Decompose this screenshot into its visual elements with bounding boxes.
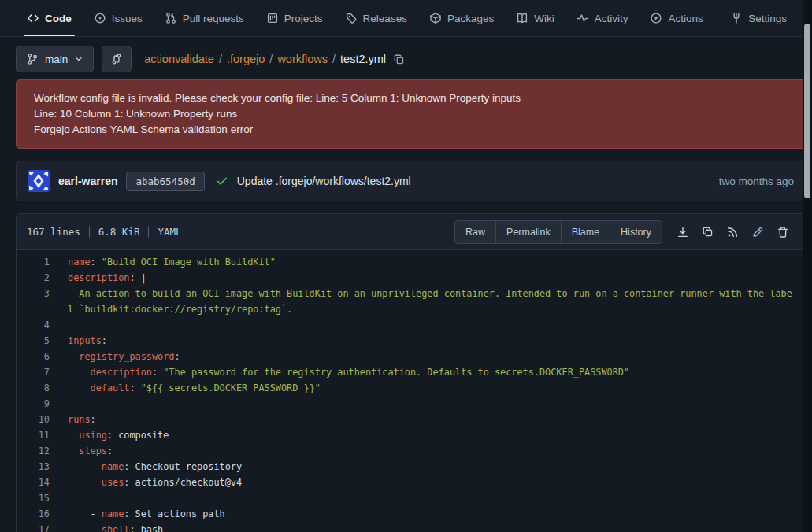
breadcrumb-segment-actionvalidate[interactable]: actionvalidate	[144, 53, 214, 65]
scrollbar-thumb[interactable]	[804, 24, 810, 198]
commit-time: two months ago	[719, 175, 794, 187]
line-number[interactable]: 4	[17, 317, 50, 333]
download-button[interactable]	[670, 226, 695, 238]
tab-wiki[interactable]: Wiki	[508, 0, 562, 36]
code-token	[68, 477, 102, 488]
code-token: inputs	[68, 335, 102, 346]
code-line: 8 default: "${{ secrets.DOCKER_PASSWORD …	[17, 380, 805, 396]
edit-pencil-icon	[751, 226, 764, 238]
line-content: - name: Checkout repository	[50, 459, 796, 475]
line-number[interactable]: 11	[17, 427, 50, 443]
line-number[interactable]: 7	[17, 364, 50, 380]
edit-pencil-button[interactable]	[745, 226, 770, 238]
code-token: :	[152, 367, 163, 378]
line-content: description: |	[50, 270, 796, 286]
compare-button[interactable]	[102, 46, 132, 72]
code-token: :	[124, 461, 135, 472]
file-size: 6.8 KiB	[98, 226, 140, 238]
code-token: "Build OCI Image with BuildKit"	[102, 257, 276, 268]
code-token: Checkout repository	[135, 461, 242, 472]
code-token: name	[102, 461, 124, 472]
tab-releases[interactable]: Releases	[337, 0, 415, 36]
line-content: description: "The password for the regis…	[50, 364, 796, 380]
code-token: composite	[118, 430, 169, 441]
code-token: :	[129, 382, 140, 393]
tab-label: Actions	[668, 13, 703, 24]
tab-activity[interactable]: Activity	[569, 0, 636, 36]
line-number[interactable]: 16	[17, 506, 50, 522]
history-button[interactable]: History	[610, 221, 662, 243]
file-lines-count: 167 lines	[27, 226, 80, 238]
line-number[interactable]: 8	[17, 380, 50, 396]
avatar[interactable]	[28, 170, 50, 192]
permalink-button[interactable]: Permalink	[495, 221, 561, 243]
commit-status-check-icon[interactable]	[216, 175, 228, 187]
breadcrumb-segment-test2-yml: test2.yml	[340, 53, 386, 65]
line-content: default: "${{ secrets.DOCKER_PASSWORD }}…	[50, 380, 796, 396]
repo-tab-bar: CodeIssuesPull requestsProjectsReleasesP…	[0, 0, 803, 37]
package-cube-icon	[429, 12, 442, 24]
branch-name: main	[45, 54, 68, 65]
copy-icon[interactable]	[393, 54, 405, 65]
line-number[interactable]: 6	[17, 349, 50, 364]
commit-author[interactable]: earl-warren	[58, 175, 117, 187]
tab-pull-requests[interactable]: Pull requests	[157, 0, 252, 36]
code-token: "${{ secrets.DOCKER_PASSWORD }}"	[141, 382, 321, 393]
branch-bar: main actionvalidate/.forgejo/workflows/t…	[16, 45, 806, 73]
code-line: 17 shell: bash	[17, 522, 805, 532]
blame-button[interactable]: Blame	[561, 221, 610, 243]
rss-button[interactable]	[720, 226, 745, 238]
code-token: runs	[68, 414, 91, 425]
code-line: 2description: |	[17, 270, 805, 286]
branch-selector-button[interactable]: main	[16, 46, 94, 72]
file-language: YAML	[158, 226, 181, 238]
tab-code[interactable]: Code	[19, 0, 80, 36]
rss-icon	[726, 226, 739, 238]
code-token	[68, 445, 79, 456]
commit-hash-badge[interactable]: abab65450d	[126, 172, 204, 191]
tab-actions[interactable]: Actions	[642, 0, 710, 36]
breadcrumb-separator: /	[328, 53, 340, 65]
line-number[interactable]: 14	[17, 475, 50, 490]
line-number[interactable]: 10	[17, 412, 50, 427]
line-number[interactable]: 1	[17, 254, 50, 270]
code-token: description	[91, 367, 152, 378]
tab-label: Issues	[112, 13, 143, 24]
code-token: -	[68, 461, 102, 472]
tab-packages[interactable]: Packages	[421, 0, 502, 36]
line-content	[50, 490, 796, 506]
tab-label: Releases	[363, 13, 407, 24]
breadcrumb-segment-workflows[interactable]: workflows	[277, 53, 328, 65]
line-number[interactable]: 2	[17, 270, 50, 286]
line-number[interactable]: 17	[17, 522, 50, 532]
line-number[interactable]: 12	[17, 443, 50, 459]
issue-circle-icon	[94, 12, 106, 24]
tab-settings[interactable]: Settings	[722, 0, 795, 36]
line-number[interactable]: 9	[17, 396, 50, 412]
file-meta: 167 lines 6.8 KiB YAML	[27, 226, 182, 238]
code-token: An action to build an OCI image with Bui…	[68, 288, 792, 315]
line-number[interactable]: 3	[17, 286, 50, 317]
code-line: 10runs:	[17, 412, 805, 427]
error-banner-line: Line: 10 Column 1: Unknown Property runs	[34, 106, 788, 122]
tab-label: Settings	[748, 13, 787, 24]
page-scrollbar[interactable]	[803, 0, 812, 532]
code-token: :	[107, 445, 113, 456]
copy-button[interactable]	[695, 226, 720, 238]
code-token: steps	[79, 445, 107, 456]
breadcrumb-segment--forgejo[interactable]: .forgejo	[227, 53, 265, 65]
tab-projects[interactable]: Projects	[258, 0, 331, 36]
line-number[interactable]: 13	[17, 459, 50, 475]
git-compare-icon	[110, 53, 123, 65]
latest-commit-bar: earl-warren abab65450d Update .forgejo/w…	[16, 161, 806, 201]
commit-message[interactable]: Update .forgejo/workflows/test2.yml	[237, 175, 411, 187]
line-content: steps:	[50, 443, 796, 459]
code-token: name	[68, 257, 91, 268]
raw-button[interactable]: Raw	[455, 221, 495, 243]
delete-trash-button[interactable]	[770, 226, 795, 238]
line-number[interactable]: 5	[17, 333, 50, 349]
line-number[interactable]: 15	[17, 490, 50, 506]
code-token: :	[102, 335, 107, 346]
tab-issues[interactable]: Issues	[86, 0, 150, 36]
code-token: "The password for the registry authentic…	[163, 367, 629, 378]
